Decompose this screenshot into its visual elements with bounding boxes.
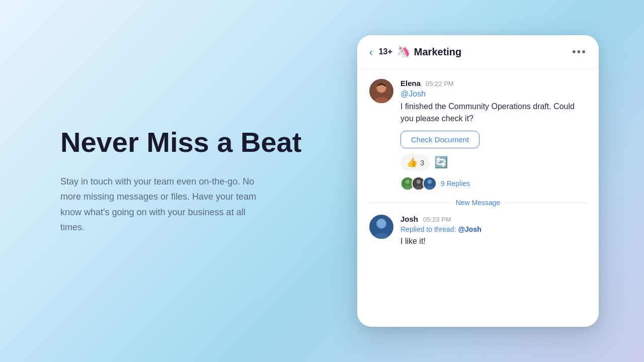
josh-message-content: Josh 05:23 PM Replied to thread: @Josh I… [400, 215, 587, 253]
add-reaction-button[interactable]: 🔄 [434, 156, 448, 169]
chat-header: ‹ 13+ 🦄 Marketing ••• [357, 35, 599, 69]
replied-mention: @Josh [458, 225, 481, 233]
josh-timestamp: 05:23 PM [423, 216, 451, 223]
reactions-row: 👍 3 🔄 [400, 154, 587, 170]
more-options-button[interactable]: ••• [572, 45, 587, 58]
elena-message-text: I finished the Community Operations draf… [400, 101, 587, 125]
divider-line-left [369, 203, 450, 203]
left-panel: Never Miss a Beat Stay in touch with you… [0, 86, 342, 276]
svg-point-5 [406, 179, 410, 184]
josh-sender-name: Josh [400, 215, 418, 223]
check-document-button[interactable]: Check Document [400, 131, 479, 148]
replies-row: 9 Replies [400, 176, 587, 191]
josh-message-meta: Josh 05:23 PM [400, 215, 587, 223]
josh-message-text: I like it! [400, 235, 587, 247]
svg-point-16 [377, 219, 386, 228]
thumbs-up-count: 3 [420, 158, 424, 167]
message-row: Elena 05:22 PM @Josh I finished the Comm… [369, 79, 587, 199]
elena-mention: @Josh [400, 89, 587, 99]
channel-emoji: 🦄 [396, 45, 410, 58]
member-count: 13+ [379, 47, 392, 56]
new-message-label: New Message [456, 199, 501, 207]
channel-name: Marketing [414, 46, 572, 58]
divider-line-right [506, 203, 587, 203]
avatar-josh [369, 215, 393, 239]
avatar-elena [369, 79, 393, 103]
elena-timestamp: 05:22 PM [426, 80, 454, 87]
right-panel: ‹ 13+ 🦄 Marketing ••• [342, 35, 644, 327]
elena-sender-name: Elena [400, 79, 421, 87]
elena-message-meta: Elena 05:22 PM [400, 79, 587, 87]
hero-title: Never Miss a Beat [60, 127, 302, 158]
elena-message-content: Elena 05:22 PM @Josh I finished the Comm… [400, 79, 587, 199]
thumbs-up-emoji: 👍 [407, 157, 418, 168]
thumbs-up-reaction[interactable]: 👍 3 [400, 154, 430, 170]
replied-to-text: Replied to thread: [400, 225, 456, 233]
reply-avatars [400, 176, 434, 191]
new-message-divider: New Message [369, 199, 587, 215]
messages-container: Elena 05:22 PM @Josh I finished the Comm… [357, 69, 599, 327]
svg-point-11 [428, 179, 432, 184]
hero-subtitle: Stay in touch with your team even on-the… [60, 174, 262, 235]
josh-replied-label: Replied to thread: @Josh [400, 225, 587, 233]
back-button[interactable]: ‹ [369, 46, 373, 58]
josh-message-row: Josh 05:23 PM Replied to thread: @Josh I… [369, 215, 587, 253]
replies-count[interactable]: 9 Replies [441, 179, 470, 188]
reply-avatar-3 [423, 176, 437, 191]
phone-card: ‹ 13+ 🦄 Marketing ••• [357, 35, 599, 327]
svg-point-8 [417, 179, 421, 184]
